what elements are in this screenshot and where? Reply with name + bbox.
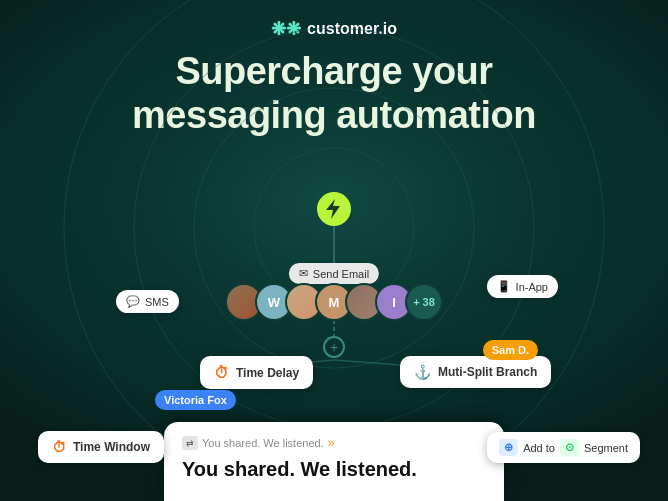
in-app-label: In-App <box>516 281 548 293</box>
sam-text: Sam D. <box>492 344 529 356</box>
headline: Supercharge your messaging automation <box>132 50 536 137</box>
split-icon: ⚓ <box>414 364 431 380</box>
sam-label: Sam D. <box>483 340 538 360</box>
sms-icon: 💬 <box>126 295 140 308</box>
in-app-pill[interactable]: 📱 In-App <box>487 275 558 298</box>
lightning-icon <box>317 192 351 226</box>
segment-icon: ⊙ <box>560 439 579 456</box>
add-to-label: Add to <box>523 442 555 454</box>
logo-icon: ❋❋ <box>271 18 301 40</box>
plus-button[interactable]: + <box>323 336 345 358</box>
victoria-fox-label: Victoria Fox <box>155 390 236 410</box>
in-app-icon: 📱 <box>497 280 511 293</box>
time-window-label: Time Window <box>73 440 150 454</box>
header: ❋❋ customer.io Supercharge your messagin… <box>0 18 668 137</box>
segment-label: Segment <box>584 442 628 454</box>
logo-text: customer.io <box>307 20 397 38</box>
victoria-text: Victoria Fox <box>164 394 227 406</box>
headline-line1: Supercharge your <box>175 50 492 92</box>
sms-label: SMS <box>145 296 169 308</box>
share-icon: ⇄ <box>182 436 198 450</box>
send-email-label: Send Email <box>313 268 369 280</box>
headline-line2: messaging automation <box>132 94 536 136</box>
clock-icon: ⏱ <box>214 364 229 381</box>
email-icon: ✉ <box>299 267 308 280</box>
card-shared-text-label: You shared. We listened. <box>202 437 324 449</box>
time-window-pill[interactable]: ⏱ Time Window <box>38 431 164 463</box>
arrow-icon: » <box>328 436 335 450</box>
bottom-card: ⇄ You shared. We listened. » You shared.… <box>164 422 504 501</box>
send-email-pill[interactable]: ✉ Send Email <box>289 263 379 284</box>
time-window-icon: ⏱ <box>52 439 66 455</box>
time-delay-label: Time Delay <box>236 366 299 380</box>
avatars-row: W M I + 38 <box>225 283 443 321</box>
sms-pill[interactable]: 💬 SMS <box>116 290 179 313</box>
time-delay-pill[interactable]: ⏱ Time Delay <box>200 356 313 389</box>
card-subtext: ⇄ You shared. We listened. » <box>182 436 486 450</box>
logo: ❋❋ customer.io <box>271 18 397 40</box>
avatar-count: + 38 <box>405 283 443 321</box>
multi-split-pill[interactable]: ⚓ Muti-Split Branch <box>400 356 551 388</box>
add-segment-pill[interactable]: ⊕ Add to ⊙ Segment <box>487 432 640 463</box>
add-icon: ⊕ <box>499 439 518 456</box>
card-headline: You shared. We listened. <box>182 458 486 481</box>
multi-split-label: Muti-Split Branch <box>438 365 537 379</box>
